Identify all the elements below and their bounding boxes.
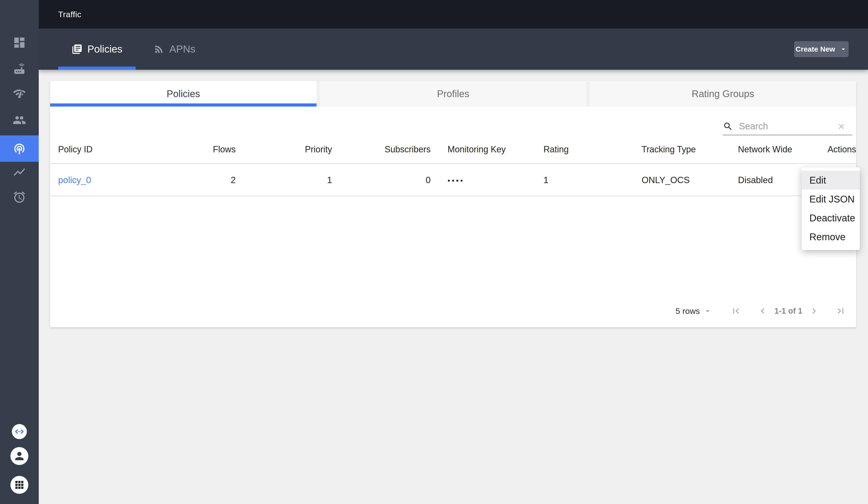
policies-card: Policies Profiles Rating Groups Policy I… xyxy=(50,81,856,327)
first-page-button[interactable] xyxy=(731,306,741,316)
active-tab-indicator xyxy=(58,66,136,70)
col-actions: Actions xyxy=(828,144,856,155)
network-check-icon xyxy=(13,87,26,101)
sidebar-apps-button[interactable] xyxy=(10,476,28,494)
top-tabs: Policies APNs xyxy=(58,29,213,70)
cell-priority: 1 xyxy=(237,175,333,185)
people-icon xyxy=(13,113,26,127)
tab-apns[interactable]: APNs xyxy=(136,29,213,70)
create-new-label: Create New xyxy=(796,45,835,53)
search-input[interactable] xyxy=(739,121,837,132)
monitoring-key-masked: •••• xyxy=(447,177,465,185)
search-icon xyxy=(723,121,733,132)
tab-policies-label: Policies xyxy=(87,43,123,55)
cell-subscribers: 0 xyxy=(333,175,431,185)
cell-rating: 1 xyxy=(539,175,636,185)
chart-icon xyxy=(13,165,26,179)
sidebar-account-button[interactable] xyxy=(10,447,28,465)
search-field xyxy=(723,118,852,135)
sidebar-item-dashboard[interactable] xyxy=(0,30,39,56)
table-header-row: Policy ID Flows Priority Subscribers Mon… xyxy=(50,136,856,164)
subtab-policies-label: Policies xyxy=(167,89,200,99)
cell-tracking-type: ONLY_OCS xyxy=(636,175,733,185)
sidebar-item-traffic[interactable] xyxy=(0,135,39,162)
next-page-button[interactable] xyxy=(809,306,819,316)
previous-page-button[interactable] xyxy=(757,306,768,316)
col-tracking-type: Tracking Type xyxy=(636,144,733,155)
page-range-label: 1-1 of 1 xyxy=(774,306,802,316)
sidebar-api-button[interactable] xyxy=(12,424,27,439)
app-header: Traffic xyxy=(39,0,868,29)
sidebar-item-equipment[interactable] xyxy=(0,56,39,82)
sidebar-item-subscribers[interactable] xyxy=(0,107,39,133)
cell-flows: 2 xyxy=(196,175,237,185)
menu-item-edit-json[interactable]: Edit JSON xyxy=(802,189,860,208)
sub-tab-bar: Policies Profiles Rating Groups xyxy=(50,81,856,106)
policy-id-link[interactable]: policy_0 xyxy=(58,175,91,185)
col-subscribers: Subscribers xyxy=(333,144,431,155)
sidebar-item-network[interactable] xyxy=(0,81,39,107)
dropdown-caret-icon xyxy=(839,45,847,53)
dashboard-icon xyxy=(13,36,26,49)
clear-search-icon[interactable] xyxy=(837,122,846,131)
alarm-icon xyxy=(13,191,26,204)
person-icon xyxy=(13,450,26,462)
col-monitoring-key: Monitoring Key xyxy=(431,144,539,155)
rows-per-page-label[interactable]: 5 rows xyxy=(675,306,700,316)
menu-item-deactivate[interactable]: Deactivate xyxy=(802,208,860,227)
subtab-active-indicator xyxy=(50,103,317,106)
subtab-profiles-label: Profiles xyxy=(437,89,469,99)
tab-apns-label: APNs xyxy=(169,43,195,55)
last-page-button[interactable] xyxy=(835,306,846,316)
tab-policies[interactable]: Policies xyxy=(58,29,136,70)
code-icon xyxy=(14,426,25,437)
col-network-wide: Network Wide xyxy=(733,144,828,155)
sidebar-item-alarms[interactable] xyxy=(0,184,39,210)
subtab-rating-groups-label: Rating Groups xyxy=(692,89,754,99)
menu-item-edit[interactable]: Edit xyxy=(802,171,860,189)
wifi-tethering-icon xyxy=(13,142,26,155)
top-tab-bar: Policies APNs Create New xyxy=(39,29,868,70)
col-rating: Rating xyxy=(539,144,636,155)
col-policy-id: Policy ID xyxy=(50,144,196,155)
rows-per-page-caret-icon[interactable] xyxy=(704,307,712,315)
table-row: policy_0 2 1 0 •••• 1 ONLY_OCS Disabled xyxy=(50,165,856,196)
apps-grid-icon xyxy=(14,480,25,490)
actions-menu: Edit Edit JSON Deactivate Remove xyxy=(802,167,860,250)
page-title: Traffic xyxy=(58,10,81,19)
menu-item-remove[interactable]: Remove xyxy=(802,227,860,246)
library-books-icon xyxy=(71,44,83,55)
router-icon xyxy=(13,62,26,75)
subtab-profiles[interactable]: Profiles xyxy=(320,81,586,106)
col-flows: Flows xyxy=(196,144,237,155)
create-new-button[interactable]: Create New xyxy=(794,41,849,57)
subtab-policies[interactable]: Policies xyxy=(50,81,317,106)
pagination-bar: 5 rows 1-1 of 1 xyxy=(50,300,856,322)
sidebar-item-metrics[interactable] xyxy=(0,159,39,185)
col-priority: Priority xyxy=(237,144,333,155)
sidebar xyxy=(0,0,39,504)
rss-feed-icon xyxy=(153,44,164,55)
subtab-rating-groups[interactable]: Rating Groups xyxy=(590,81,856,106)
